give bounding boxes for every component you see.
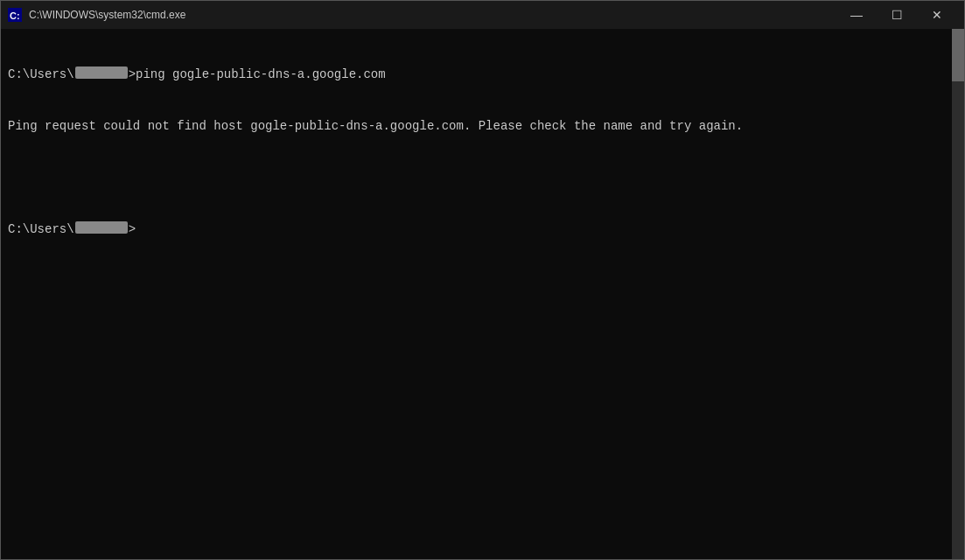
username-2 (75, 221, 128, 234)
command-line: C:\Users\ >ping gogle-public-dns-a.googl… (8, 66, 957, 84)
title-bar: C: C:\WINDOWS\system32\cmd.exe — ☐ ✕ (1, 1, 964, 29)
command-text: >ping gogle-public-dns-a.google.com (129, 66, 386, 84)
window-title: C:\WINDOWS\system32\cmd.exe (29, 9, 185, 21)
username-1 (75, 66, 128, 79)
blank-space (8, 170, 15, 187)
prompt-prefix-1: C:\Users\ (8, 66, 74, 84)
cmd-icon: C: (8, 8, 22, 22)
scrollbar-thumb[interactable] (952, 29, 964, 81)
close-button[interactable]: ✕ (917, 1, 957, 29)
scrollbar[interactable] (952, 29, 964, 559)
terminal-body[interactable]: C:\Users\ >ping gogle-public-dns-a.googl… (1, 29, 964, 559)
maximize-button[interactable]: ☐ (877, 1, 917, 29)
title-bar-left: C: C:\WINDOWS\system32\cmd.exe (8, 8, 185, 22)
prompt-prefix-2: C:\Users\ (8, 221, 74, 239)
blank-line (8, 170, 957, 187)
minimize-button[interactable]: — (836, 1, 877, 29)
cmd-window: C: C:\WINDOWS\system32\cmd.exe — ☐ ✕ C:\… (0, 0, 965, 560)
window-controls: — ☐ ✕ (836, 1, 957, 29)
prompt-suffix: > (129, 221, 136, 239)
prompt-line: C:\Users\ > (8, 221, 957, 239)
svg-text:C:: C: (10, 10, 20, 21)
output-text: Ping request could not find host gogle-p… (8, 118, 743, 136)
output-line: Ping request could not find host gogle-p… (8, 118, 957, 136)
terminal-content: C:\Users\ >ping gogle-public-dns-a.googl… (8, 32, 957, 272)
